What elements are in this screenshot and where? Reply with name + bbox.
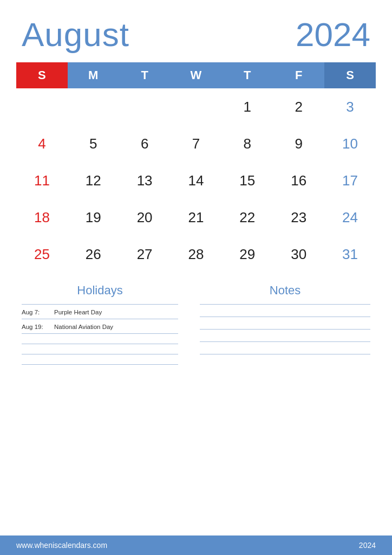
holiday-name-1: Purple Heart Day (54, 309, 102, 315)
day-cell: 7 (171, 125, 222, 162)
note-line-3 (200, 329, 370, 330)
day-cell: 23 (273, 199, 324, 236)
day-cell: 4 (16, 125, 68, 162)
day-cell: 17 (324, 162, 376, 199)
note-line-1 (200, 304, 370, 305)
header-sunday: S (16, 62, 68, 88)
day-cell: 30 (273, 236, 324, 273)
note-line-5 (200, 354, 370, 354)
holiday-date-2: Aug 19: (22, 324, 54, 330)
day-cell: 27 (119, 236, 171, 273)
day-cell: 15 (221, 162, 273, 199)
day-cell: 3 (324, 88, 376, 125)
holiday-blank-line-2 (22, 354, 178, 354)
day-cell: 10 (324, 125, 376, 162)
day-header-row: S M T W T F S (16, 62, 376, 88)
table-row: 4 5 6 7 8 9 10 (16, 125, 376, 162)
notes-column: Notes (189, 283, 370, 525)
day-cell: 16 (273, 162, 324, 199)
note-line-4 (200, 341, 370, 342)
holiday-item-2: Aug 19: National Aviation Day (22, 319, 178, 334)
day-cell: 26 (68, 236, 119, 273)
header-tuesday: T (119, 62, 171, 88)
header: August 2024 (0, 0, 392, 59)
day-cell: 9 (273, 125, 324, 162)
day-cell: 31 (324, 236, 376, 273)
holiday-blank-line-1 (22, 344, 178, 344)
notes-title: Notes (200, 283, 370, 298)
holidays-title: Holidays (22, 283, 178, 298)
day-cell: 22 (221, 199, 273, 236)
day-cell: 25 (16, 236, 68, 273)
month-title: August (22, 15, 129, 54)
day-cell: 8 (221, 125, 273, 162)
day-cell: 29 (221, 236, 273, 273)
calendar-page: August 2024 S M T W T F S (0, 0, 392, 555)
day-cell (171, 88, 222, 125)
day-cell (119, 88, 171, 125)
footer-year: 2024 (359, 541, 376, 550)
holiday-blank-line-3 (22, 364, 178, 365)
day-cell: 28 (171, 236, 222, 273)
calendar-wrapper: S M T W T F S 1 2 3 (0, 62, 392, 273)
footer-url: www.wheniscalendars.com (16, 541, 107, 550)
day-cell (16, 88, 68, 125)
table-row: 18 19 20 21 22 23 24 (16, 199, 376, 236)
note-line-2 (200, 317, 370, 317)
calendar-table: S M T W T F S 1 2 3 (16, 62, 376, 273)
table-row: 1 2 3 (16, 88, 376, 125)
table-row: 11 12 13 14 15 16 17 (16, 162, 376, 199)
footer: www.wheniscalendars.com 2024 (0, 535, 392, 555)
day-cell: 24 (324, 199, 376, 236)
day-cell: 5 (68, 125, 119, 162)
header-friday: F (273, 62, 324, 88)
day-cell: 13 (119, 162, 171, 199)
bottom-section: Holidays Aug 7: Purple Heart Day Aug 19:… (0, 278, 392, 525)
header-wednesday: W (171, 62, 222, 88)
holidays-column: Holidays Aug 7: Purple Heart Day Aug 19:… (22, 283, 189, 525)
day-cell: 19 (68, 199, 119, 236)
holiday-name-2: National Aviation Day (54, 324, 113, 330)
day-cell: 11 (16, 162, 68, 199)
day-cell: 2 (273, 88, 324, 125)
day-cell: 14 (171, 162, 222, 199)
header-saturday: S (324, 62, 376, 88)
holiday-item-1: Aug 7: Purple Heart Day (22, 305, 178, 319)
day-cell: 12 (68, 162, 119, 199)
day-cell (68, 88, 119, 125)
table-row: 25 26 27 28 29 30 31 (16, 236, 376, 273)
day-cell: 21 (171, 199, 222, 236)
day-cell: 6 (119, 125, 171, 162)
header-monday: M (68, 62, 119, 88)
holiday-date-1: Aug 7: (22, 309, 54, 315)
year-title: 2024 (296, 15, 370, 54)
day-cell: 1 (221, 88, 273, 125)
day-cell: 20 (119, 199, 171, 236)
header-thursday: T (221, 62, 273, 88)
day-cell: 18 (16, 199, 68, 236)
